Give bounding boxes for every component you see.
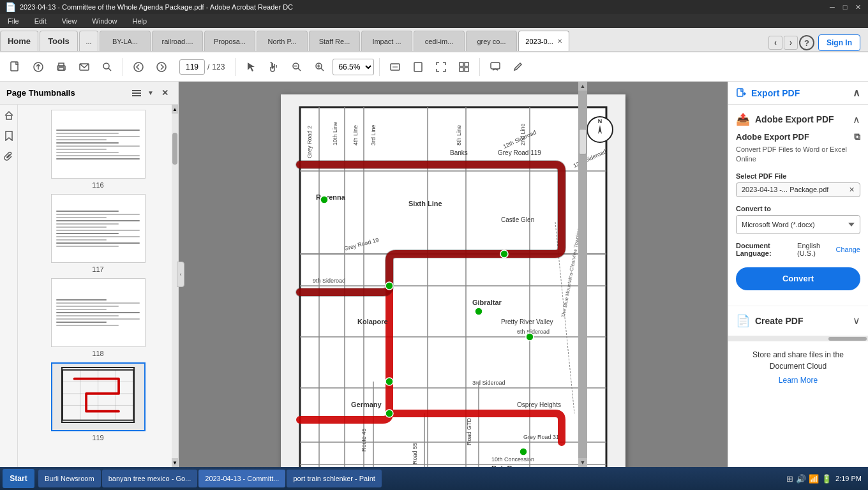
taskbar-banyan[interactable]: banyan tree mexico - Go... — [102, 470, 198, 487]
file-field-clear[interactable]: ✕ — [849, 186, 855, 194]
fit-width-button[interactable] — [385, 57, 405, 77]
tab-next-button[interactable]: › — [784, 36, 798, 50]
sidebar-icon-attachment[interactable] — [2, 149, 16, 163]
sign-in-button[interactable]: Sign In — [818, 34, 860, 51]
sidebar-icon-home[interactable] — [2, 108, 16, 122]
svg-text:Gibraltar: Gibraltar — [472, 299, 502, 306]
prev-page-button[interactable] — [128, 57, 149, 77]
tab-2023-0[interactable]: 2023-0... ✕ — [518, 31, 569, 51]
taskbar-burli[interactable]: Burli Newsroom — [38, 470, 101, 487]
copy-icon[interactable]: ⧉ — [854, 131, 860, 142]
tab-close-button[interactable]: ✕ — [557, 38, 562, 45]
fit-page-button[interactable] — [408, 57, 428, 77]
svg-line-17 — [321, 68, 324, 71]
print-button[interactable] — [51, 57, 71, 77]
app-icon: 📄 — [5, 2, 16, 12]
thumbnail-118[interactable]: 118 — [51, 278, 146, 357]
panel-close-button[interactable]: ✕ — [158, 86, 172, 100]
file-field[interactable]: 2023-04-13 -... Package.pdf ✕ — [736, 182, 860, 197]
zoom-select[interactable]: 66.5% 50% 75% 100% 125% 150% — [333, 59, 374, 75]
right-panel-toggle[interactable]: ∧ — [853, 87, 860, 99]
svg-point-6 — [103, 63, 109, 69]
menu-file[interactable]: File — [5, 16, 22, 26]
search-button[interactable] — [97, 57, 117, 77]
svg-point-94 — [520, 448, 527, 456]
close-button[interactable]: ✕ — [853, 2, 863, 12]
markup-button[interactable] — [508, 57, 528, 77]
page-number-input[interactable]: 119 — [179, 59, 205, 75]
tab-prev-button[interactable]: ‹ — [768, 36, 782, 50]
tab-north-p[interactable]: North P... — [257, 31, 308, 51]
thumbnail-label-118: 118 — [92, 350, 103, 357]
menu-help[interactable]: Help — [130, 16, 149, 26]
create-pdf-icon: 📄 — [736, 314, 750, 328]
menu-window[interactable]: Window — [89, 16, 119, 26]
tab-by-la[interactable]: BY-LA... — [100, 31, 151, 51]
thumbnail-117[interactable]: 117 — [51, 194, 146, 273]
comment-button[interactable] — [485, 57, 505, 77]
thumb-scroll-up[interactable]: ▲ — [172, 105, 178, 114]
scroll-thumb[interactable] — [579, 129, 587, 154]
taskbar-icon-1: ⊞ — [786, 474, 793, 484]
section-collapse-button[interactable]: ∧ — [853, 114, 860, 126]
menu-bar: File Edit View Window Help — [0, 14, 868, 28]
panel-collapse-handle[interactable]: ‹ — [177, 262, 184, 287]
full-screen-button[interactable] — [431, 57, 451, 77]
panel-title: Page Thumbnails — [6, 88, 75, 98]
maximize-button[interactable]: □ — [840, 2, 850, 12]
thumbnail-116[interactable]: 116 — [51, 110, 146, 189]
taskbar-acrobat[interactable]: 2023-04-13 - Committ... — [198, 470, 285, 487]
minimize-button[interactable]: ─ — [827, 2, 837, 12]
thumb-scroll-down[interactable]: ▼ — [172, 458, 178, 467]
tab-impact[interactable]: Impact ... — [361, 31, 412, 51]
create-pdf-expand[interactable]: ∨ — [853, 315, 860, 327]
tab-home[interactable]: Home — [0, 31, 38, 51]
convert-to-select[interactable]: Microsoft Word (*.docx) Microsoft Excel … — [736, 215, 860, 234]
start-button[interactable]: Start — [3, 469, 34, 488]
new-file-button[interactable] — [5, 57, 26, 77]
tab-staff-re[interactable]: Staff Re... — [309, 31, 360, 51]
tab-more[interactable]: ... — [79, 31, 98, 51]
thumbnail-img-116 — [51, 110, 146, 179]
zoom-out-button[interactable] — [287, 57, 307, 77]
menu-edit[interactable]: Edit — [32, 16, 49, 26]
tab-cedi-im[interactable]: cedi-im... — [414, 31, 465, 51]
pdf-scrollbar[interactable]: ▲ ▼ — [578, 82, 587, 467]
tab-tools[interactable]: Tools — [40, 31, 78, 51]
tab-grey-co[interactable]: grey co... — [466, 31, 517, 51]
svg-text:Sixth Line: Sixth Line — [408, 200, 442, 207]
sidebar-icon-bookmark[interactable] — [2, 129, 16, 143]
pdf-view-area[interactable]: ▲ ▼ N 12th Sideroad — [179, 82, 728, 467]
thumbnail-119[interactable]: 119 — [51, 362, 146, 442]
scroll-up-button[interactable]: ▲ — [578, 82, 587, 91]
main-content: Page Thumbnails ▼ ✕ — [0, 82, 868, 467]
taskbar-paint[interactable]: port train schlenker - Paint — [287, 470, 381, 487]
svg-text:Grey Road 2: Grey Road 2 — [306, 126, 313, 158]
change-language-link[interactable]: Change — [835, 246, 860, 253]
svg-text:Castle Glen: Castle Glen — [501, 216, 534, 223]
scroll-track — [578, 91, 587, 467]
thumbnails-panel: 116 — [18, 105, 178, 467]
thumb-scroll-thumb[interactable] — [172, 133, 177, 165]
zoom-in-button[interactable] — [310, 57, 330, 77]
upload-button[interactable] — [28, 57, 49, 77]
tab-railroad[interactable]: railroad.... — [152, 31, 203, 51]
svg-point-92 — [526, 333, 534, 341]
hand-tool-button[interactable] — [264, 57, 284, 77]
thumbnail-img-118 — [51, 278, 146, 347]
svg-text:Banks: Banks — [450, 149, 468, 156]
title-controls[interactable]: ─ □ ✕ — [827, 2, 863, 12]
tab-proposa[interactable]: Proposa... — [204, 31, 255, 51]
next-page-button[interactable] — [151, 57, 172, 77]
svg-rect-29 — [6, 115, 11, 119]
learn-more-link[interactable]: Learn More — [736, 376, 860, 385]
scroll-down-button[interactable]: ▼ — [578, 458, 587, 467]
svg-rect-3 — [59, 63, 64, 66]
menu-view[interactable]: View — [59, 16, 80, 26]
help-button[interactable]: ? — [799, 35, 814, 50]
panel-list-view-button[interactable] — [130, 86, 144, 100]
convert-button[interactable]: Convert — [736, 267, 860, 290]
cursor-tool-button[interactable] — [241, 57, 261, 77]
view-mode-button[interactable] — [454, 57, 474, 77]
email-button[interactable] — [74, 57, 94, 77]
